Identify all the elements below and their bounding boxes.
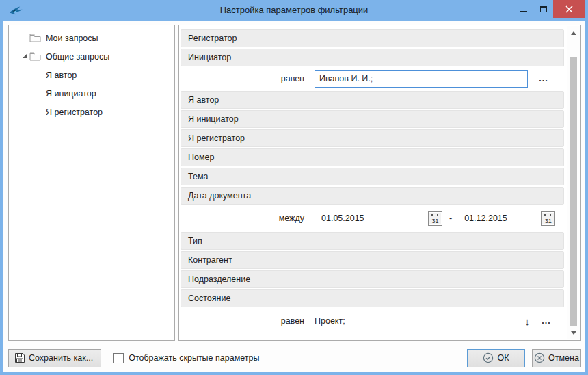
- save-as-label: Сохранить как...: [29, 353, 93, 363]
- param-header-number[interactable]: Номер: [181, 148, 564, 166]
- param-header-initiator[interactable]: Инициатор: [181, 49, 564, 66]
- calendar-picker-button[interactable]: 31: [541, 211, 555, 226]
- tree-item-common-queries[interactable]: Общие запросы: [9, 47, 174, 66]
- state-editor-row: равен Проект; ↓ ...: [181, 309, 564, 333]
- state-value-field[interactable]: Проект;: [315, 316, 345, 326]
- calendar-icon: 31: [542, 218, 554, 224]
- operator-label: между: [181, 214, 304, 223]
- folder-icon: [29, 51, 41, 61]
- param-header-doc-date[interactable]: Дата документа: [181, 187, 564, 205]
- tree-item-i-initiator[interactable]: Я инициатор: [9, 84, 174, 103]
- param-header-i-author[interactable]: Я автор: [181, 91, 564, 109]
- tree-item-my-queries[interactable]: Мои запросы: [9, 29, 174, 47]
- queries-tree: Мои запросы Общие запросы Я автор Я иниц…: [9, 25, 174, 121]
- param-header-registrar[interactable]: Регистратор: [181, 29, 564, 47]
- close-icon: [565, 5, 573, 13]
- tree-item-label: Общие запросы: [46, 52, 109, 62]
- vertical-scrollbar[interactable]: [567, 26, 580, 339]
- minimize-icon: [520, 11, 527, 12]
- param-header-state[interactable]: Состояние: [181, 289, 564, 307]
- ok-label: ОК: [497, 353, 509, 363]
- param-header-type[interactable]: Тип: [181, 232, 564, 250]
- expander-collapse-icon[interactable]: [23, 54, 27, 58]
- circle-x-icon: [534, 352, 545, 363]
- operator-label: равен: [181, 316, 304, 326]
- tree-item-label: Я инициатор: [46, 89, 96, 99]
- tree-item-i-author[interactable]: Я автор: [9, 66, 174, 84]
- filter-params-list: Регистратор Инициатор равен ... Я автор …: [181, 29, 564, 333]
- calendar-icon: 31: [429, 218, 442, 224]
- dialog-window: Настройка параметров фильтрации: [0, 0, 588, 375]
- scroll-down-button[interactable]: [567, 327, 580, 338]
- floppy-save-icon: [14, 352, 25, 363]
- tree-item-label: Мои запросы: [46, 34, 98, 43]
- cancel-button[interactable]: Отмена: [532, 349, 581, 367]
- scroll-up-button[interactable]: [567, 27, 580, 38]
- arrow-down-icon: [571, 331, 576, 335]
- doc-date-editor-row: между 01.05.2015 31 - 01.12.2015 31: [181, 206, 564, 231]
- tree-item-label: Я регистратор: [46, 107, 103, 117]
- show-hidden-label: Отображать скрытые параметры: [129, 353, 259, 363]
- date-to-field[interactable]: 01.12.2015: [464, 214, 541, 223]
- down-arrow-icon[interactable]: ↓: [525, 315, 531, 327]
- queries-tree-panel: Мои запросы Общие запросы Я автор Я иниц…: [8, 25, 175, 341]
- arrow-up-icon: [571, 31, 576, 35]
- param-header-subject[interactable]: Тема: [181, 168, 564, 185]
- maximize-icon: [540, 6, 547, 12]
- maximize-button[interactable]: [533, 0, 553, 18]
- tree-item-label: Я автор: [46, 70, 77, 80]
- app-logo-hummingbird-icon: [8, 4, 23, 16]
- close-button[interactable]: [553, 0, 585, 18]
- param-header-i-initiator[interactable]: Я инициатор: [181, 110, 564, 128]
- tree-item-i-registrar[interactable]: Я регистратор: [9, 103, 174, 121]
- date-from-field[interactable]: 01.05.2015: [321, 214, 428, 223]
- param-header-counterparty[interactable]: Контрагент: [181, 251, 564, 269]
- save-as-button[interactable]: Сохранить как...: [8, 349, 101, 367]
- folder-icon: [29, 33, 41, 42]
- circle-check-icon: [483, 352, 494, 363]
- initiator-editor-row: равен ...: [181, 68, 564, 90]
- minimize-button[interactable]: [513, 0, 533, 18]
- filter-params-panel: Регистратор Инициатор равен ... Я автор …: [178, 25, 581, 341]
- initiator-value-input[interactable]: [315, 70, 528, 88]
- ok-button[interactable]: ОК: [467, 349, 525, 367]
- show-hidden-checkbox[interactable]: [113, 353, 124, 363]
- initiator-lookup-ellipsis-button[interactable]: ...: [537, 74, 550, 83]
- date-range-separator: -: [449, 214, 452, 223]
- footer-bar: Сохранить как... Отображать скрытые пара…: [8, 348, 581, 367]
- param-header-i-registrar[interactable]: Я регистратор: [181, 129, 564, 147]
- calendar-picker-button[interactable]: 31: [428, 211, 442, 226]
- param-header-department[interactable]: Подразделение: [181, 270, 564, 288]
- window-title: Настройка параметров фильтрации: [3, 0, 585, 21]
- cancel-label: Отмена: [548, 353, 579, 363]
- window-controls: [513, 0, 585, 18]
- titlebar: Настройка параметров фильтрации: [3, 0, 585, 21]
- operator-label: равен: [181, 74, 304, 83]
- scrollbar-thumb[interactable]: [570, 57, 577, 326]
- state-lookup-ellipsis-button[interactable]: ...: [539, 316, 553, 326]
- dialog-content: Мои запросы Общие запросы Я автор Я иниц…: [3, 21, 585, 372]
